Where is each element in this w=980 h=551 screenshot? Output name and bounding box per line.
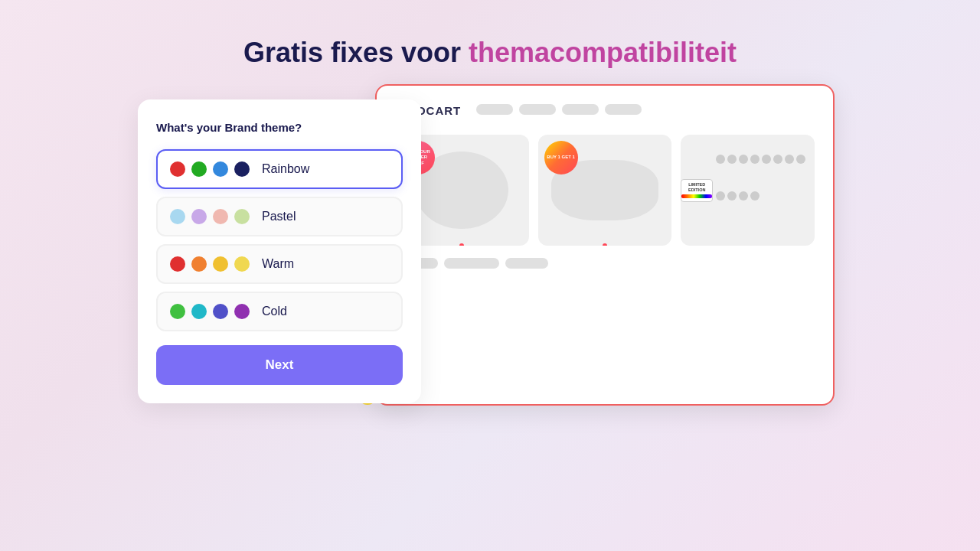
dot-rainbow-0 [170, 161, 185, 177]
theme-label-warm: Warm [262, 257, 294, 271]
nav-pill-1 [476, 104, 513, 115]
nav-pill-4 [605, 104, 642, 115]
red-dot-1 [459, 243, 464, 246]
dot-pastel-1 [191, 209, 207, 224]
theme-option-warm[interactable]: Warm [156, 244, 403, 284]
dot-cold-0 [170, 304, 185, 319]
header-pills [476, 104, 642, 115]
dot-warm-1 [191, 256, 207, 272]
dot-pastel-0 [170, 209, 185, 224]
dot-warm-2 [213, 256, 228, 272]
next-button[interactable]: Next [156, 345, 403, 385]
dot-warm-0 [170, 256, 185, 272]
theme-label-rainbow: Rainbow [262, 162, 309, 176]
nav-pill-2 [519, 104, 556, 115]
product-card-3: LIMITEDEDITION [681, 135, 815, 246]
nav-pill-3 [562, 104, 599, 115]
footer-pill-3 [505, 258, 548, 269]
theme-option-cold[interactable]: Cold [156, 292, 403, 331]
dot-pastel-2 [213, 209, 228, 224]
main-content: What's your Brand theme? RainbowPastelWa… [138, 99, 842, 403]
color-dots-rainbow [170, 161, 250, 177]
product-image-3 [713, 152, 815, 230]
title-highlight: themacompatibiliteit [469, 37, 737, 68]
theme-label-pastel: Pastel [262, 210, 296, 223]
product-card-2: BUY 1 GET 1 [538, 135, 672, 246]
title-plain: Gratis fixes voor [243, 37, 469, 68]
dot-rainbow-3 [234, 161, 250, 177]
theme-option-rainbow[interactable]: Rainbow [156, 149, 403, 189]
theme-option-pastel[interactable]: Pastel [156, 197, 403, 236]
dot-warm-3 [234, 256, 250, 272]
page-title: Gratis fixes voor themacompatibiliteit [243, 37, 737, 69]
shop-preview: Avocart FOR YOUR BETTER HALF BUY 1 GE [375, 84, 835, 406]
product-footer [377, 258, 833, 269]
shop-header: Avocart [377, 86, 833, 129]
color-dots-warm [170, 256, 250, 272]
theme-panel: What's your Brand theme? RainbowPastelWa… [138, 99, 421, 403]
theme-panel-title: What's your Brand theme? [156, 121, 403, 134]
color-dots-cold [170, 304, 250, 319]
theme-label-cold: Cold [262, 305, 287, 318]
footer-pill-2 [444, 258, 499, 269]
product-grid: FOR YOUR BETTER HALF BUY 1 GET 1 LIMITED… [377, 129, 833, 258]
theme-options-container: RainbowPastelWarmCold [156, 149, 403, 331]
dot-cold-1 [191, 304, 207, 319]
dot-pastel-3 [234, 209, 250, 224]
dot-rainbow-2 [213, 161, 228, 177]
dot-cold-2 [213, 304, 228, 319]
badge-limited: LIMITEDEDITION [681, 179, 713, 202]
badge-rainbow: BUY 1 GET 1 [544, 141, 578, 174]
red-dot-2 [603, 243, 607, 246]
dot-rainbow-1 [191, 161, 207, 177]
rainbow-stripe [681, 194, 712, 198]
color-dots-pastel [170, 209, 250, 224]
dot-cold-3 [234, 304, 250, 319]
